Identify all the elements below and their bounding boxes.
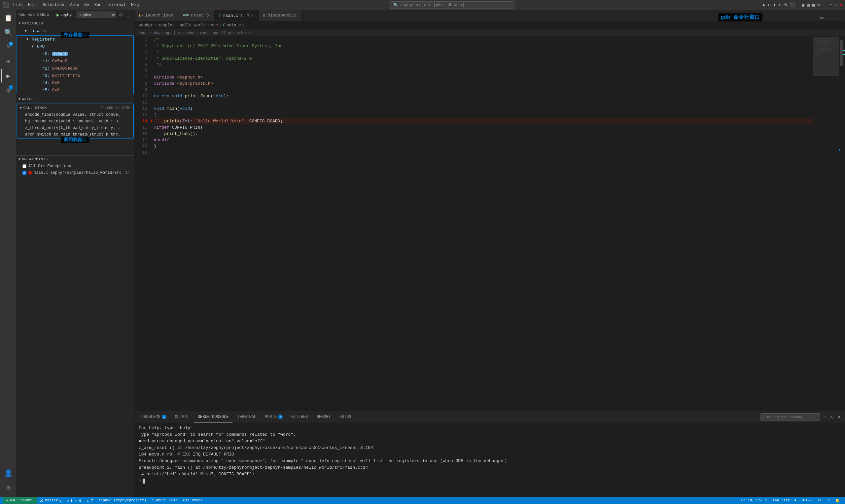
menu-terminal[interactable]: Terminal (107, 3, 126, 7)
code-editor[interactable]: 1 2 3 4 5 6 7 8 9 10 11 12 13 14 (135, 37, 845, 411)
status-branch[interactable]: ⎇ master ↻ (37, 497, 64, 504)
reg-r0[interactable]: r0: 0x5af8 (17, 50, 133, 57)
menu-view[interactable]: View (69, 3, 79, 7)
activity-manage[interactable]: ⚙ (1, 481, 15, 494)
layout-icon2[interactable]: ▥ (807, 2, 810, 7)
upload-icon[interactable]: ⬆ (778, 2, 781, 7)
panel-tab-xrtos[interactable]: XRTOS (335, 411, 355, 423)
status-language[interactable]: C (825, 497, 832, 504)
vscrollbar[interactable] (840, 37, 843, 411)
reg-r3[interactable]: r3: 0xffffffff5 (17, 72, 133, 79)
terminal-content[interactable]: For help, type "help". Type "apropos wor… (135, 423, 845, 497)
menu-selection[interactable]: Selection (43, 3, 64, 7)
bc-main-c[interactable]: main.c (226, 23, 241, 28)
maximize-btn[interactable]: ☐ (834, 2, 837, 7)
vscrollbar-thumb[interactable] (840, 40, 843, 66)
status-remote[interactable]: ⚡ WSL: Ubuntu (3, 497, 37, 504)
terminal-input-line[interactable]: > (139, 478, 841, 484)
panel-filter-input[interactable] (760, 413, 820, 420)
status-tab-size[interactable]: Tab Size: 4 (770, 497, 799, 504)
bp-main-checkbox[interactable] (22, 171, 27, 175)
breakpoints-header[interactable]: ▼ BREAKPOINTS (16, 156, 134, 163)
reg-r2[interactable]: r2: 0xe000ed00 (17, 65, 133, 72)
status-ln-col[interactable]: Ln 19, Col 1 (738, 497, 770, 504)
reg-r4[interactable]: r4: 0x0 (17, 79, 133, 86)
layout-icon4[interactable]: ⊞ (817, 2, 820, 7)
tab-main-c[interactable]: C main.c 1, M ✕ (214, 10, 259, 21)
debug-more-btn[interactable]: … (126, 12, 132, 18)
refresh-icon[interactable]: ↻ (768, 2, 771, 7)
more-actions-btn[interactable]: … (837, 15, 842, 21)
activity-explorer[interactable]: 📋 (1, 11, 15, 24)
status-errors[interactable]: ⊗ 1 △ 0 (64, 497, 84, 504)
bc-src[interactable]: src (211, 23, 218, 28)
status-notifications[interactable]: 🔔 (832, 497, 842, 504)
debug-config-dropdown[interactable]: zephyr (76, 12, 116, 18)
menu-bar[interactable]: File Edit Selection View Go Run Terminal… (13, 3, 141, 7)
panel-tab-output[interactable]: OUTPUT (171, 411, 193, 423)
code-content[interactable]: /* * Copyright (c) 2012-2014 Wind River … (151, 37, 813, 411)
reg-r5[interactable]: r5: 0x0 (17, 86, 133, 94)
bc-samples[interactable]: samples (158, 23, 174, 28)
layout-icon3[interactable]: ▤ (812, 2, 815, 7)
bc-symbol[interactable]: … (246, 23, 248, 28)
tab-disassembly[interactable]: ⊟ Disassembly (259, 10, 301, 21)
activity-accounts[interactable]: 👤 (1, 466, 15, 480)
activity-extensions[interactable]: ⊞ (1, 55, 15, 68)
bp-cpp-checkbox[interactable] (22, 164, 27, 168)
tab-launch-json[interactable]: {} launch.json (135, 10, 179, 21)
status-warnings[interactable]: ⚠ 7 (84, 497, 96, 504)
callstack-frame-0[interactable]: encode_float(double value, struct conve… (17, 111, 133, 118)
menu-help[interactable]: Help (131, 3, 141, 7)
panel-tab-terminal[interactable]: TERMINAL (233, 411, 260, 423)
global-search[interactable]: 🔍 zephyrproject [WSL: Ubuntu] (389, 1, 515, 8)
minimize-btn[interactable]: ─ (829, 2, 832, 7)
close-btn[interactable]: ✕ (840, 2, 842, 7)
panel-tab-debug-console[interactable]: DEBUG CONSOLE (194, 411, 233, 423)
panel-tab-ports[interactable]: PORTS 7 (261, 411, 287, 423)
split-editor-btn[interactable]: ⇌ (819, 15, 825, 21)
activity-source-control[interactable]: ⑂ 6 (1, 40, 15, 53)
menu-edit[interactable]: Edit (28, 3, 38, 7)
panel-tab-gitlens[interactable]: GITLENS (287, 411, 312, 423)
debug-play-icon[interactable]: ▶ (763, 2, 765, 7)
status-git-graph[interactable]: Git Graph (180, 497, 205, 504)
reset-icon[interactable]: ⟲ (783, 2, 787, 7)
bc-zephyr[interactable]: zephyr (139, 23, 153, 28)
status-encoding[interactable]: UTF-8 (799, 497, 815, 504)
bp-all-cpp[interactable]: All C++ Exceptions (16, 163, 134, 169)
panel-expand-btn[interactable]: ∧ (828, 414, 834, 420)
tab-reset-s[interactable]: ASM reset.S (179, 10, 214, 21)
watch-header[interactable]: ▼ WATCH (16, 95, 134, 103)
debug-run-button[interactable]: ▶ zephyr (54, 12, 75, 18)
activity-settings[interactable]: ⚙ 1 (1, 84, 15, 97)
layout-icon1[interactable]: ▣ (802, 2, 805, 7)
panel-tab-memory[interactable]: MEMORY (313, 411, 335, 423)
bp-main-c[interactable]: main.c zephyr/samples/hello_world/src 14 (16, 169, 134, 176)
panel-wrap-btn[interactable]: ≡ (822, 414, 827, 420)
menu-file[interactable]: File (13, 3, 23, 7)
callstack-frame-2[interactable]: z_thread_entry(k_thread_entry_t entry, … (17, 125, 133, 131)
menu-run[interactable]: Run (94, 3, 102, 7)
status-zephyr[interactable]: zephyr (zephyrproject) (96, 497, 149, 504)
cpu-item[interactable]: ▼ CPU (17, 43, 133, 50)
go-forward-btn[interactable]: → (830, 15, 837, 21)
activity-search[interactable]: 🔍 (1, 26, 15, 39)
callstack-frame-1[interactable]: bg_thread_main(void * unused1, void * u… (17, 118, 133, 125)
tab-mainc-close[interactable]: ✕ (251, 13, 253, 18)
bp-main-line: 14 (125, 170, 130, 175)
download-icon[interactable]: ⬇ (773, 2, 776, 7)
status-line-ending[interactable]: LF (815, 497, 825, 504)
activity-run-debug[interactable]: ▶ (1, 69, 15, 83)
reg-r1[interactable]: r1: 0x5ae8 (17, 57, 133, 65)
callstack-header[interactable]: ▼ CALL STACK Paused on step (17, 104, 133, 111)
menu-go[interactable]: Go (84, 3, 89, 7)
status-clangd[interactable]: clangd: idle (149, 497, 180, 504)
variables-header[interactable]: ▼ VARIABLES (16, 20, 134, 27)
bc-hello-world[interactable]: hello_world (179, 23, 206, 28)
debug-settings-btn[interactable]: ⚙ (118, 12, 124, 18)
panel-tab-problems[interactable]: PROBLEMS 1 (137, 411, 170, 423)
stop-icon[interactable]: ⬛ (790, 2, 795, 7)
go-back-btn[interactable]: ← (825, 15, 830, 21)
panel-close-btn[interactable]: ✕ (836, 414, 842, 420)
